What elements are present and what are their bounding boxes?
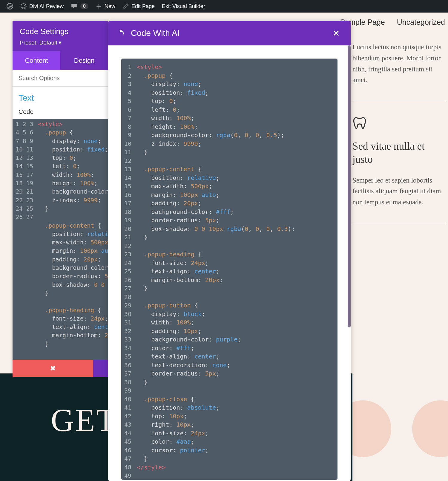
line-gutter: 1 2 3 4 5 6 7 8 9 10 11 12 13 14 15 16 1… [121,60,136,479]
save-button[interactable] [93,360,108,377]
dashboard-icon [20,3,27,10]
settings-footer: ✖ [13,360,108,377]
site-title[interactable]: Divi AI Review [17,3,67,10]
chevron-down-icon: ▾ [59,39,62,46]
pencil-icon [122,3,129,10]
settings-tabs: Content Design [13,51,108,70]
close-icon: ✖ [50,364,56,373]
cancel-button[interactable]: ✖ [13,360,93,377]
top-nav: Sample Page Uncategorized [340,18,445,27]
undo-icon [117,29,125,36]
scrollbar[interactable] [348,45,351,327]
ai-header: Code With AI ✕ [108,21,351,45]
plus-icon [96,3,102,10]
back-button[interactable] [117,29,125,38]
settings-title: Code Settings [20,27,101,36]
comments[interactable]: 0 [67,3,92,10]
code-editor-small[interactable]: 1 2 3 4 5 6 7 8 9 10 11 12 13 14 15 16 1… [13,119,108,360]
tab-content[interactable]: Content [13,51,60,70]
code-settings-panel: Code Settings Preset: Default▾ Content D… [13,21,108,377]
search-wrapper [13,70,108,87]
wordpress-icon [7,3,13,10]
tab-design[interactable]: Design [60,51,108,70]
search-input[interactable] [13,70,108,86]
ai-body: 1 2 3 4 5 6 7 8 9 10 11 12 13 14 15 16 1… [108,45,351,481]
sidebar-para-2: Semper leo et sapien lobortis facilisis … [352,175,447,208]
comment-icon [71,3,77,10]
admin-bar: Divi AI Review 0 New Edit Page Exit Visu… [0,0,448,13]
settings-header: Code Settings Preset: Default▾ [13,21,108,51]
divider [352,101,447,101]
edit-page[interactable]: Edit Page [119,3,158,10]
code-field-label: Code [13,105,108,119]
preset-selector[interactable]: Preset: Default▾ [20,39,101,46]
sidebar-content: Luctus lectus non quisque turpis bibendu… [352,42,448,238]
sidebar-heading-2: Sed vitae nulla et justo [352,140,447,166]
sidebar-para-1: Luctus lectus non quisque turpis bibendu… [352,42,447,86]
tooth-icon [352,116,367,130]
exit-builder[interactable]: Exit Visual Builder [158,3,209,10]
code-lines[interactable]: <style> .popup { display: none; position… [37,119,108,360]
close-button[interactable]: ✕ [331,26,342,40]
ai-title: Code With AI [131,28,325,38]
nav-uncategorized[interactable]: Uncategorized [397,18,445,27]
code-lines[interactable]: <style> .popup { display: none; position… [136,60,295,479]
new[interactable]: New [92,3,119,10]
code-with-ai-panel: Code With AI ✕ 1 2 3 4 5 6 7 8 9 10 11 1… [108,21,351,481]
text-section-header[interactable]: Text [13,87,108,105]
divider [352,223,447,223]
code-editor-large[interactable]: 1 2 3 4 5 6 7 8 9 10 11 12 13 14 15 16 1… [121,59,337,480]
wp-logo[interactable] [3,3,17,10]
line-gutter: 1 2 3 4 5 6 7 8 9 10 11 12 13 14 15 16 1… [13,119,37,360]
